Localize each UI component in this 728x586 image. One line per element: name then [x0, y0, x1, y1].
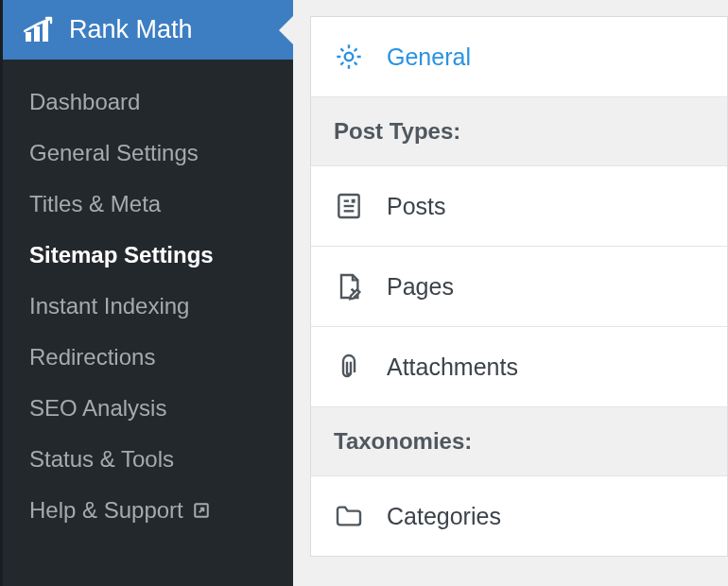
external-link-icon [193, 502, 210, 519]
sidebar-item-redirections[interactable]: Redirections [3, 332, 293, 383]
section-header-taxonomies: Taxonomies: [311, 407, 727, 476]
sidebar-menu: Dashboard General Settings Titles & Meta… [3, 60, 293, 536]
sidebar-item-status-tools[interactable]: Status & Tools [3, 434, 293, 485]
section-header-post-types: Post Types: [311, 97, 727, 166]
tab-attachments[interactable]: Attachments [311, 327, 727, 407]
sidebar-plugin-title: Rank Math [69, 15, 193, 44]
sidebar-plugin-header[interactable]: Rank Math [3, 0, 293, 60]
admin-sidebar: Rank Math Dashboard General Settings Tit… [0, 0, 293, 586]
sidebar-item-label: Status & Tools [29, 446, 174, 473]
sidebar-item-label: Instant Indexing [29, 293, 189, 319]
svg-rect-1 [34, 26, 40, 42]
sidebar-item-label: Sitemap Settings [29, 242, 214, 268]
tab-categories[interactable]: Categories [311, 476, 727, 556]
sidebar-item-sitemap-settings[interactable]: Sitemap Settings [3, 230, 293, 281]
tab-label: General [387, 43, 471, 71]
sidebar-item-label: Redirections [29, 344, 155, 371]
page-icon [334, 271, 364, 302]
post-icon [334, 191, 364, 221]
settings-panel: General Post Types: Posts [310, 17, 728, 557]
rank-math-logo-icon [24, 16, 56, 44]
tab-general[interactable]: General [311, 17, 727, 97]
attachment-icon [334, 352, 364, 382]
sidebar-item-dashboard[interactable]: Dashboard [3, 77, 293, 128]
main-content: General Post Types: Posts [293, 0, 728, 586]
svg-point-4 [345, 53, 354, 61]
sidebar-item-label: Titles & Meta [29, 191, 161, 217]
sidebar-item-help-support[interactable]: Help & Support [3, 485, 293, 536]
section-header-label: Taxonomies: [334, 428, 472, 454]
sidebar-item-label: General Settings [29, 140, 199, 166]
sidebar-item-instant-indexing[interactable]: Instant Indexing [3, 281, 293, 332]
tab-label: Posts [387, 193, 446, 220]
sidebar-item-general-settings[interactable]: General Settings [3, 128, 293, 179]
top-spacer [310, 0, 728, 17]
section-header-label: Post Types: [334, 118, 460, 144]
folder-icon [334, 501, 364, 531]
sidebar-item-label: SEO Analysis [29, 395, 166, 422]
svg-rect-0 [26, 32, 31, 42]
tab-label: Categories [387, 503, 501, 530]
gear-icon [334, 42, 364, 72]
svg-rect-9 [352, 199, 355, 203]
tab-posts[interactable]: Posts [311, 166, 727, 247]
sidebar-item-titles-meta[interactable]: Titles & Meta [3, 179, 293, 230]
tab-label: Pages [387, 273, 454, 301]
sidebar-item-label: Dashboard [29, 89, 140, 115]
tab-label: Attachments [387, 353, 518, 381]
sidebar-item-seo-analysis[interactable]: SEO Analysis [3, 383, 293, 434]
sidebar-item-label: Help & Support [29, 497, 183, 524]
svg-rect-2 [43, 21, 48, 42]
tab-pages[interactable]: Pages [311, 247, 727, 327]
